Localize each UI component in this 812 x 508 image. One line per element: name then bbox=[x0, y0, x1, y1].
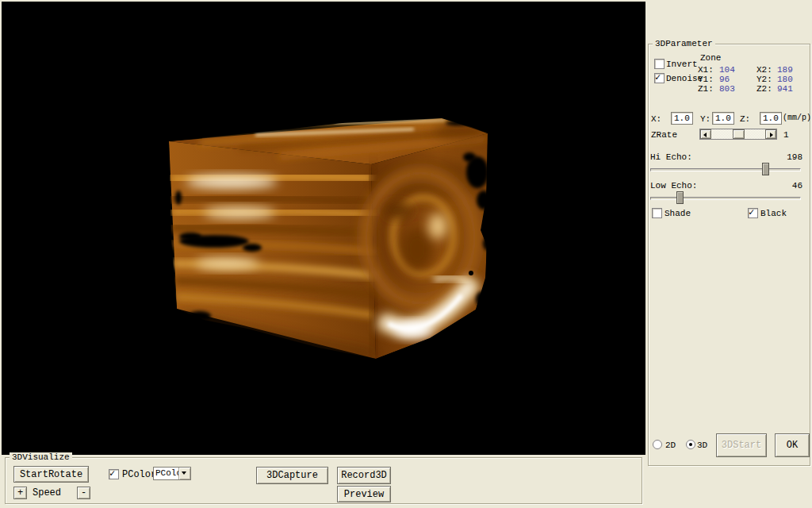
scale-z-input[interactable] bbox=[760, 112, 782, 125]
visualize-groupbox: 3DVisualize StartRotate + Speed - ✓ PCol… bbox=[5, 457, 642, 504]
pcolor-select-arrow-icon[interactable] bbox=[178, 468, 190, 479]
speed-plus-button[interactable]: + bbox=[13, 487, 27, 499]
zone-y2-label: Y2: bbox=[756, 75, 772, 84]
parameter-groupbox: 3DParameter Invert ✓ Denoise Zone X1: 10… bbox=[648, 44, 810, 466]
record-button[interactable]: Record3D bbox=[337, 467, 391, 484]
zone-z2-label: Z2: bbox=[756, 84, 772, 94]
zone-z1-value: 803 bbox=[719, 84, 735, 94]
volume-render bbox=[2, 2, 645, 455]
speed-minus-button[interactable]: - bbox=[77, 487, 90, 499]
zone-label: Zone bbox=[700, 53, 721, 63]
zone-y1-value: 96 bbox=[719, 75, 730, 84]
zone-x1-value: 104 bbox=[719, 65, 735, 75]
black-label: Black bbox=[760, 209, 787, 218]
parameter-group-title: 3DParameter bbox=[653, 39, 715, 49]
denoise-checkbox[interactable]: ✓ bbox=[654, 73, 665, 83]
zone-z2-value: 941 bbox=[777, 84, 793, 94]
low-echo-label: Low Echo: bbox=[650, 181, 697, 190]
visualize-group-title: 3DVisualize bbox=[10, 452, 72, 463]
zrate-scroll-left-icon[interactable] bbox=[700, 129, 711, 139]
speed-label: Speed bbox=[33, 488, 61, 498]
scale-unit-label: (mm/p) bbox=[783, 114, 811, 123]
pcolor-select[interactable]: PColor bbox=[153, 467, 191, 480]
invert-label: Invert bbox=[666, 60, 698, 69]
hi-echo-value: 198 bbox=[772, 152, 802, 162]
zrate-label: ZRate bbox=[651, 130, 677, 140]
shade-label: Shade bbox=[665, 209, 691, 218]
hi-echo-slider[interactable] bbox=[650, 163, 801, 177]
zrate-scroll-right-icon[interactable] bbox=[765, 129, 776, 139]
visualize-panel: 3DVisualize StartRotate + Speed - ✓ PCol… bbox=[0, 455, 645, 508]
parameter-panel: 3DParameter Invert ✓ Denoise Zone X1: 10… bbox=[645, 0, 812, 508]
zone-x2-value: 189 bbox=[777, 65, 793, 75]
start-rotate-button[interactable]: StartRotate bbox=[13, 466, 89, 483]
start3d-button[interactable]: 3DStart bbox=[716, 433, 767, 457]
invert-checkbox[interactable] bbox=[654, 59, 665, 69]
mode-2d-radio[interactable] bbox=[653, 440, 662, 449]
zone-z1-label: Z1: bbox=[698, 84, 714, 94]
black-checkbox[interactable]: ✓ bbox=[748, 208, 758, 218]
zone-y1-label: Y1: bbox=[698, 75, 714, 84]
mode-3d-label: 3D bbox=[697, 441, 707, 450]
render-viewport[interactable] bbox=[2, 2, 645, 455]
mode-2d-label: 2D bbox=[665, 441, 676, 450]
scale-x-label: X: bbox=[651, 114, 661, 124]
capture-button[interactable]: 3DCapture bbox=[256, 467, 328, 484]
zrate-value: 1 bbox=[783, 130, 789, 140]
preview-button[interactable]: Preview bbox=[337, 486, 391, 502]
low-echo-slider-thumb[interactable] bbox=[676, 191, 684, 204]
low-echo-value: 46 bbox=[772, 181, 802, 190]
scale-x-input[interactable] bbox=[671, 112, 693, 125]
scale-y-label: Y: bbox=[700, 114, 710, 124]
zrate-scrollbar[interactable] bbox=[699, 129, 777, 140]
shade-checkbox[interactable] bbox=[652, 208, 662, 218]
mode-3d-radio[interactable] bbox=[686, 440, 695, 449]
hi-echo-label: Hi Echo: bbox=[650, 152, 692, 162]
zone-x2-label: X2: bbox=[756, 65, 772, 75]
pcolor-select-value: PColor bbox=[154, 468, 178, 479]
zone-y2-value: 180 bbox=[777, 75, 793, 84]
ok-button[interactable]: OK bbox=[775, 433, 810, 457]
zone-x1-label: X1: bbox=[698, 65, 714, 75]
scale-y-input[interactable] bbox=[712, 112, 734, 125]
zrate-scroll-track[interactable] bbox=[711, 129, 765, 139]
application-window: 3DParameter Invert ✓ Denoise Zone X1: 10… bbox=[0, 0, 812, 508]
scale-z-label: Z: bbox=[740, 114, 750, 124]
low-echo-slider[interactable] bbox=[650, 191, 801, 206]
pcolor-checkbox[interactable]: ✓ bbox=[109, 469, 119, 479]
pcolor-label: PColor bbox=[122, 470, 156, 479]
hi-echo-slider-thumb[interactable] bbox=[762, 163, 769, 175]
zrate-scroll-thumb[interactable] bbox=[733, 129, 745, 139]
